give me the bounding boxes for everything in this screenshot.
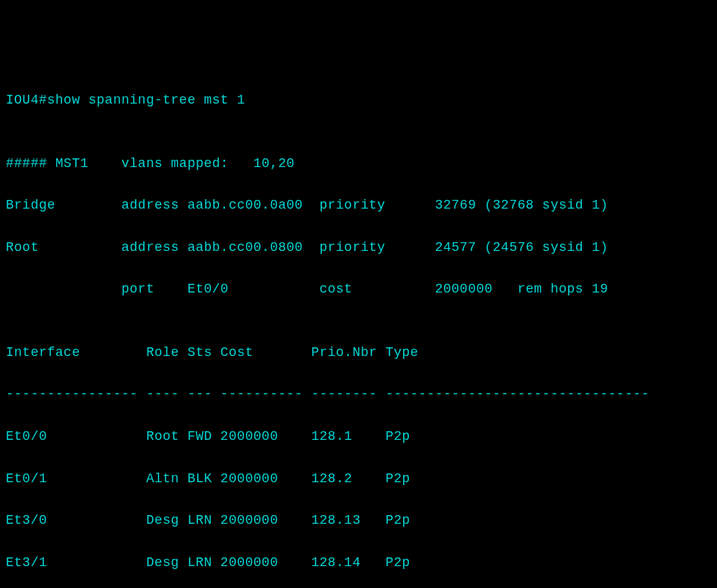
cli-command-1[interactable]: IOU4#show spanning-tree mst 1: [6, 90, 711, 111]
mst1-root-line-2: port Et0/0 cost 2000000 rem hops 19: [6, 279, 711, 300]
mst1-header: ##### MST1 vlans mapped: 10,20: [6, 153, 711, 174]
mst1-table-row: Et3/0 Desg LRN 2000000 128.13 P2p: [6, 510, 711, 531]
mst1-table-separator: ---------------- ---- --- ---------- ---…: [6, 384, 711, 405]
mst1-bridge-line: Bridge address aabb.cc00.0a00 priority 3…: [6, 195, 711, 216]
mst1-table-row: Et0/1 Altn BLK 2000000 128.2 P2p: [6, 468, 711, 490]
mst1-table-row: Et3/1 Desg LRN 2000000 128.14 P2p: [6, 552, 711, 573]
mst1-table-header: Interface Role Sts Cost Prio.Nbr Type: [6, 342, 711, 363]
mst1-root-line: Root address aabb.cc00.0800 priority 245…: [6, 237, 711, 258]
mst1-table-row: Et0/0 Root FWD 2000000 128.1 P2p: [6, 426, 711, 447]
